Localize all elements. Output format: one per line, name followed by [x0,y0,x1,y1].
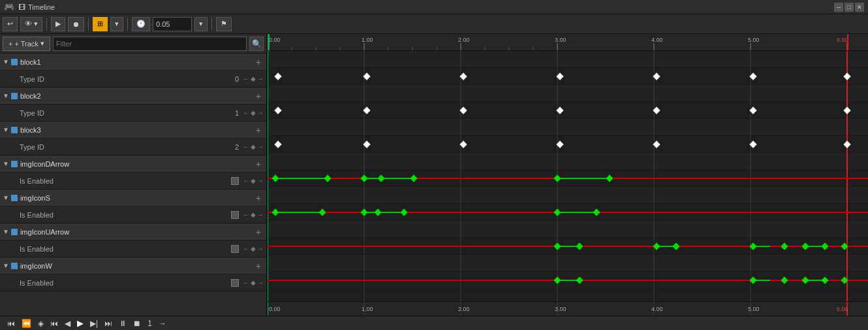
arrow-left-icon[interactable]: ← [243,211,249,218]
track-header-imgIconDArrow[interactable]: ▼ imgIconDArrow + [0,156,266,173]
add-track-label: + Track [14,40,38,48]
transport-step-back[interactable]: ⏮ [48,319,60,328]
sub-track-name: Type ID [20,109,226,117]
transport-prev-key[interactable]: ⏪ [20,319,33,328]
transport-play-reverse[interactable]: ◀ [63,319,72,328]
transport-add-key[interactable]: ◈ [36,319,46,328]
transport-forward[interactable]: → [157,319,168,328]
track-header-imgIconW[interactable]: ▼ imgIconW + [0,257,266,274]
keyframe-green [653,242,660,250]
timeline-row-block3-typeid [268,136,868,153]
undo-button[interactable]: ↩ [3,17,18,31]
transport-loop[interactable]: 1 [146,319,154,328]
timeline-tracks[interactable] [268,51,868,301]
time-display-button[interactable]: 🕐 [132,17,150,31]
minimize-button[interactable]: ─ [834,3,843,12]
track-color-imgIconS [11,195,18,201]
keyframe-green [324,174,331,182]
track-add-btn-block1[interactable]: + [253,57,264,67]
close-button[interactable]: ✕ [855,3,864,12]
track-add-btn-imgIconDArrow[interactable]: + [253,159,264,169]
flag-button[interactable]: ⚑ [216,17,232,31]
arrow-right-icon[interactable]: → [257,279,264,286]
dot-icon[interactable]: ◆ [251,109,256,116]
track-name-block1: block1 [20,58,253,66]
snap-value-input[interactable] [153,17,192,31]
snap-options-button[interactable]: ▾ [110,17,123,31]
track-header-block1[interactable]: ▼ block1 + [0,54,266,71]
track-header-block2[interactable]: ▼ block2 + [0,88,266,105]
transport-play[interactable]: ▶ [75,318,85,328]
track-name-block3: block3 [20,126,253,134]
arrow-left-icon[interactable]: ← [243,279,249,286]
arrow-right-icon[interactable]: → [257,245,264,252]
search-button[interactable]: 🔍 [249,37,264,51]
separator-1 [46,18,47,31]
record-button[interactable]: ⏺ [68,17,84,31]
expand-icon-imgIconDArrow: ▼ [3,160,9,167]
transport-to-start[interactable]: ⏮ [5,319,17,328]
keyframe-green [553,242,561,250]
svg-text:2.00: 2.00 [458,37,470,43]
is-enabled-checkbox-imgIconS[interactable] [231,211,239,219]
keyframe-green [553,276,561,284]
dot-icon[interactable]: ◆ [251,279,256,286]
snap-value-dropdown[interactable]: ▾ [194,17,208,31]
track-group-imgIconS: ▼ imgIconS + Is Enabled ← ◆ → [0,190,266,223]
is-enabled-checkbox-imgIconW[interactable] [231,279,239,287]
arrow-left-icon[interactable]: ← [243,109,249,116]
maximize-button[interactable]: □ [845,3,854,12]
arrow-right-icon[interactable]: → [257,143,264,150]
green-segment [275,178,328,179]
is-enabled-checkbox-imgIconDArrow[interactable] [231,177,239,185]
arrow-left-icon[interactable]: ← [243,177,249,184]
sub-track-name: Is Enabled [20,211,231,219]
track-header-block3[interactable]: ▼ block3 + [0,122,266,139]
sub-track-name: Type ID [20,75,226,83]
filter-input[interactable] [53,37,247,51]
transport-stop[interactable]: ⏹ [131,319,143,328]
snap-button[interactable]: ⊞ [93,17,108,31]
arrow-left-icon[interactable]: ← [243,143,249,150]
track-sub-imgIconDArrow-isenabled: Is Enabled ← ◆ → [0,173,266,190]
is-enabled-checkbox-imgIconUArrow[interactable] [231,245,239,253]
play-button[interactable]: ▶ [51,17,65,31]
arrow-right-icon[interactable]: → [257,109,264,116]
dot-icon[interactable]: ◆ [251,75,256,82]
dot-icon[interactable]: ◆ [251,245,256,252]
track-header-imgIconUArrow[interactable]: ▼ imgIconUArrow + [0,223,266,240]
bottom-ruler-svg: 0.00 1.00 2.00 3.00 4.00 5.00 6.00 [268,302,868,316]
track-add-btn-imgIconUArrow[interactable]: + [253,227,264,237]
svg-text:5.00: 5.00 [748,37,760,43]
track-add-btn-block2[interactable]: + [253,91,264,101]
arrow-left-icon[interactable]: ← [243,245,249,252]
arrow-right-icon[interactable]: → [257,177,264,184]
track-group-block1: ▼ block1 + Type ID 0 ← ◆ → [0,54,266,88]
transport-step-forward[interactable]: ▶| [88,319,100,328]
arrow-right-icon[interactable]: → [257,211,264,218]
timeline-row-imgIconDArrow-isenabled [268,170,868,187]
plus-icon: + [8,40,12,48]
arrow-right-icon[interactable]: → [257,75,264,82]
dot-icon[interactable]: ◆ [251,211,256,218]
track-add-btn-imgIconW[interactable]: + [253,261,264,271]
track-header-imgIconS[interactable]: ▼ imgIconS + [0,190,266,206]
track-add-btn-imgIconS[interactable]: + [253,193,264,203]
top-ruler[interactable]: 0.00 1.00 2.00 3.00 4.00 5.00 [268,34,868,51]
arrow-left-icon[interactable]: ← [243,75,249,82]
expand-icon-block2: ▼ [3,92,9,99]
expand-icon-block1: ▼ [3,58,9,65]
transport-pause[interactable]: ⏸ [117,319,129,328]
track-add-btn-block3[interactable]: + [253,125,264,135]
view-options-button[interactable]: 👁 ▾ [20,17,42,31]
app-icon: 🎮 [4,2,14,12]
add-track-button[interactable]: + + Track ▾ [3,37,50,51]
sub-track-name: Is Enabled [20,245,231,253]
bottom-ruler[interactable]: 0.00 1.00 2.00 3.00 4.00 5.00 6.00 [268,301,868,316]
track-sub-block2-typeid: Type ID 1 ← ◆ → [0,105,266,122]
dot-icon[interactable]: ◆ [251,177,256,184]
keyframe [556,73,563,80]
keyframe-green [410,174,417,182]
transport-next-key[interactable]: ⏭ [102,319,114,328]
dot-icon[interactable]: ◆ [251,143,256,150]
